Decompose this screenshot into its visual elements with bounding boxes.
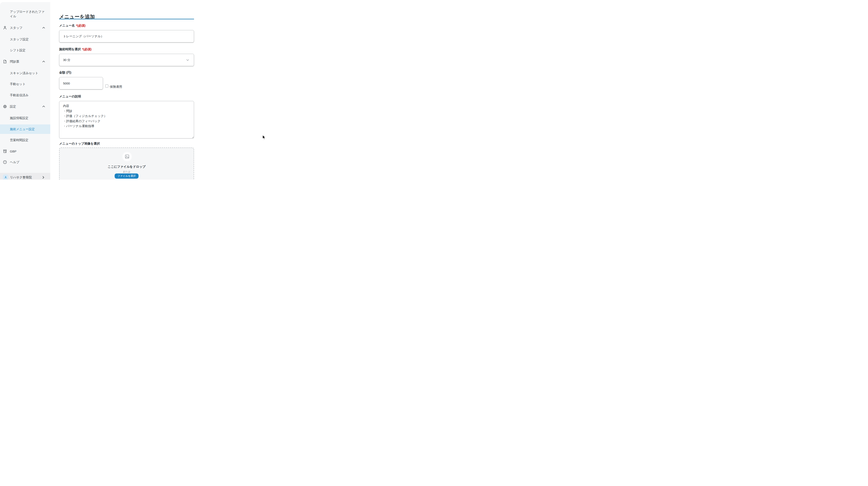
sidebar-item-label: GBP bbox=[10, 150, 17, 153]
chevron-up-icon[interactable] bbox=[42, 26, 45, 29]
chevron-up-icon[interactable] bbox=[42, 60, 45, 63]
select-file-button[interactable]: ファイルを選択 bbox=[115, 174, 138, 179]
sidebar-item-label: 問診票 bbox=[10, 60, 19, 64]
duration-label: 施術時間を選択*(必須) bbox=[59, 48, 91, 51]
insurance-checkbox[interactable] bbox=[105, 85, 108, 88]
sidebar-item-label: ヘルプ bbox=[10, 160, 19, 164]
sidebar-item-manual-set[interactable]: 手動セット bbox=[0, 82, 50, 87]
description-textarea[interactable]: 内容 ・問診 ・評価（フィジカルチェック） ・評価結果のフィーバック ・パーソナ… bbox=[59, 101, 194, 139]
sidebar: アップロードされたファイル スタッフ スタッフ設定 シフト設定 ? 問診票 bbox=[0, 2, 50, 180]
top-image-label: メニューのトップ画像を選択 bbox=[59, 142, 100, 146]
sidebar-item-label: スタッフ設定 bbox=[10, 37, 29, 41]
sidebar-item-label: 営業時間設定 bbox=[10, 138, 28, 142]
sidebar-item-label: 手動セット bbox=[10, 82, 26, 86]
sidebar-item-label: スタッフ bbox=[10, 26, 23, 30]
description-label: メニューの説明 bbox=[59, 95, 81, 98]
sidebar-item-treatment-menu-settings[interactable]: 施術メニュー設定 bbox=[0, 127, 50, 132]
duration-selected-value: 30 分 bbox=[63, 58, 70, 62]
sidebar-item-scanned-set[interactable]: スキャン済みセット bbox=[0, 71, 50, 75]
sidebar-item-staff-settings[interactable]: スタッフ設定 bbox=[0, 37, 50, 42]
price-input[interactable] bbox=[59, 77, 103, 89]
duration-select[interactable]: 30 分 bbox=[59, 54, 194, 66]
required-mark: *(必須) bbox=[76, 24, 86, 27]
image-placeholder-circle bbox=[122, 152, 132, 161]
insurance-checkbox-label: 保険適用 bbox=[110, 85, 122, 89]
required-mark: *(必須) bbox=[82, 48, 91, 51]
title-divider bbox=[59, 19, 194, 19]
chevron-up-icon[interactable] bbox=[42, 105, 45, 108]
person-icon bbox=[3, 26, 7, 30]
sidebar-item-help[interactable]: ? ヘルプ bbox=[0, 160, 50, 164]
image-dropzone[interactable]: ここにファイルをドロップ または ファイルを選択 PNG または JPG (最大… bbox=[59, 148, 194, 180]
file-format-hint: PNG または JPG (最大 10MB) bbox=[60, 179, 194, 180]
sidebar-item-shift-settings[interactable]: シフト設定 bbox=[0, 48, 50, 53]
chevron-right-icon bbox=[42, 176, 45, 179]
sidebar-item-settings[interactable]: 設定 bbox=[0, 104, 50, 109]
document-question-icon: ? bbox=[3, 60, 7, 64]
help-circle-icon: ? bbox=[3, 160, 7, 164]
menu-name-input[interactable] bbox=[59, 30, 194, 42]
drop-files-text: ここにファイルをドロップ bbox=[60, 165, 194, 169]
sidebar-item-label: シフト設定 bbox=[10, 49, 26, 52]
app-window: アップロードされたファイル スタッフ スタッフ設定 シフト設定 ? 問診票 bbox=[0, 0, 320, 180]
sidebar-item-label: 施設情報設定 bbox=[10, 116, 28, 120]
svg-text:?: ? bbox=[4, 161, 5, 163]
sidebar-item-questionnaire[interactable]: ? 問診票 bbox=[0, 59, 50, 64]
sidebar-item-staff[interactable]: スタッフ bbox=[0, 25, 50, 30]
menu-name-label: メニュー名*(必須) bbox=[59, 24, 86, 28]
clinic-switcher[interactable]: リハサク整骨院 bbox=[0, 173, 50, 180]
sidebar-item-business-hours-settings[interactable]: 営業時間設定 bbox=[0, 138, 50, 143]
sidebar-item-label: 手動送信済み bbox=[10, 93, 28, 97]
clinic-name: リハサク整骨院 bbox=[10, 175, 32, 179]
sidebar-item-label: スキャン済みセット bbox=[10, 71, 38, 75]
chevron-down-icon bbox=[186, 58, 189, 62]
sidebar-item-gbp[interactable]: G GBP bbox=[0, 149, 50, 154]
sidebar-item-label: 設定 bbox=[10, 105, 16, 109]
clinic-avatar bbox=[3, 175, 8, 180]
mouse-cursor bbox=[262, 135, 266, 140]
svg-text:G: G bbox=[5, 151, 6, 153]
sidebar-item-facility-info-settings[interactable]: 施設情報設定 bbox=[0, 116, 50, 121]
svg-text:?: ? bbox=[4, 61, 5, 63]
price-label: 金額 (円) bbox=[59, 71, 71, 74]
sidebar-item-manual-sent[interactable]: 手動送信済み bbox=[0, 93, 50, 98]
storefront-icon: G bbox=[3, 149, 7, 153]
gear-icon bbox=[3, 104, 7, 109]
sidebar-item-label: 施術メニュー設定 bbox=[10, 127, 35, 131]
sidebar-item-uploaded-files[interactable]: アップロードされたファイル bbox=[0, 9, 50, 19]
or-text: または bbox=[60, 170, 194, 174]
sidebar-item-label: アップロードされたファイル bbox=[10, 9, 48, 19]
